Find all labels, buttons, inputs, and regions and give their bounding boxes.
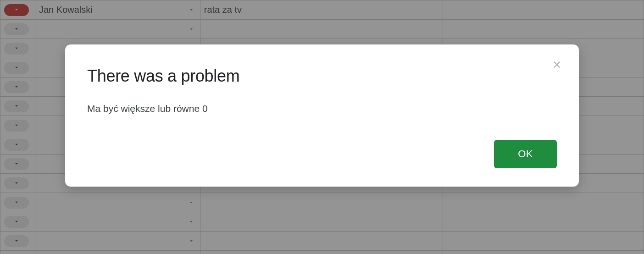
dialog-title: There was a problem: [87, 66, 557, 86]
dialog-actions: OK: [87, 140, 557, 168]
modal-overlay: There was a problem Ma być większe lub r…: [0, 0, 644, 254]
close-button[interactable]: [550, 57, 564, 72]
dialog-message: Ma być większe lub równe 0: [87, 103, 557, 114]
ok-button[interactable]: OK: [494, 140, 557, 168]
error-dialog: There was a problem Ma być większe lub r…: [65, 44, 579, 187]
close-icon: [551, 59, 562, 70]
